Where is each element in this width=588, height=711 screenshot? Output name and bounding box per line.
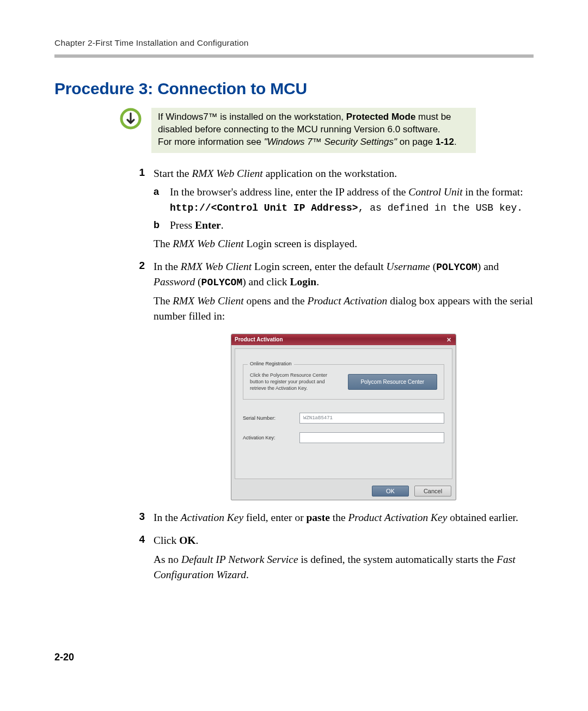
page-number: 2-20 <box>54 652 74 663</box>
close-icon[interactable]: ✕ <box>446 334 452 345</box>
substep-1a: a In the browser's address line, enter t… <box>154 185 534 216</box>
step-4: 4 Click OK. As no Default IP Network Ser… <box>124 533 534 586</box>
note-text-2c: on page <box>397 137 436 147</box>
serial-number-label: Serial Number: <box>243 415 292 421</box>
activation-key-label: Activation Key: <box>243 435 292 440</box>
online-registration-fieldset: Online Registration Click the Polycom Re… <box>243 364 444 400</box>
substep-1b: b Press Enter. <box>154 218 534 233</box>
note-box: If Windows7™ is installed on the worksta… <box>151 108 476 153</box>
header-rule <box>54 54 534 58</box>
activation-key-field[interactable] <box>299 432 444 443</box>
note-pageref: 1-12 <box>436 137 454 147</box>
step-3: 3 In the Activation Key field, enter or … <box>124 510 534 529</box>
polycom-resource-center-button[interactable]: Polycom Resource Center <box>348 374 437 390</box>
note-text-1b: Protected Mode <box>346 112 416 122</box>
ok-button[interactable]: OK <box>372 486 409 497</box>
step-2: 2 In the RMX Web Client Login screen, en… <box>124 259 534 327</box>
step-1-number: 1 <box>124 166 154 255</box>
substep-1a-letter: a <box>154 185 170 216</box>
note-text-2e: . <box>454 137 457 147</box>
fieldset-legend: Online Registration <box>248 361 294 366</box>
dialog-titlebar: Product Activation ✕ <box>231 334 456 345</box>
note-text-2a: For more information see <box>158 137 264 147</box>
step-4-number: 4 <box>124 533 154 586</box>
step-3-number: 3 <box>124 510 154 529</box>
note-icon <box>120 108 142 130</box>
running-header: Chapter 2-First Time Installation and Co… <box>54 38 534 48</box>
note-text-1a: If Windows7™ is installed on the worksta… <box>158 112 346 122</box>
cancel-button[interactable]: Cancel <box>414 486 451 497</box>
step-2-number: 2 <box>124 259 154 327</box>
dialog-title-text: Product Activation <box>235 334 283 345</box>
note-xref: "Windows 7™ Security Settings" <box>264 137 397 147</box>
step-1: 1 Start the RMX Web Client application o… <box>124 166 534 255</box>
registration-helptext: Click the Polycom Resource Center button… <box>250 372 340 391</box>
substep-1b-letter: b <box>154 218 170 233</box>
serial-number-field[interactable]: WZN1aB5471 <box>299 413 444 424</box>
section-heading: Procedure 3: Connection to MCU <box>54 79 534 98</box>
serial-number-row: Serial Number: WZN1aB5471 <box>243 413 444 424</box>
product-activation-dialog: Product Activation ✕ Online Registration… <box>231 334 456 500</box>
activation-key-row: Activation Key: <box>243 432 444 443</box>
